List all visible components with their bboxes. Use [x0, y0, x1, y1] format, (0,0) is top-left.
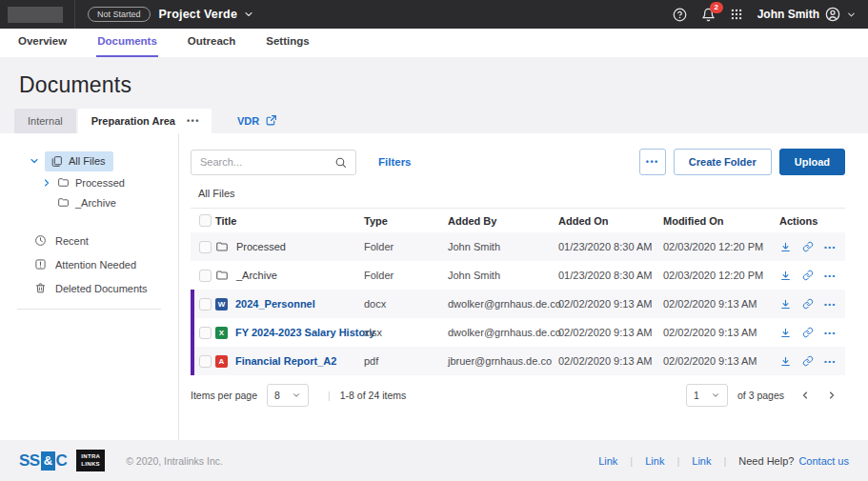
- row-more-icon[interactable]: •••: [824, 300, 837, 309]
- file-list-area: Filters ••• Create Folder Upload All Fil…: [179, 133, 868, 440]
- tab-vdr[interactable]: VDR: [224, 108, 291, 133]
- tree-item-all-files-selected[interactable]: All Files: [45, 151, 113, 171]
- sidebar-item-attention-needed[interactable]: Attention Needed: [0, 252, 178, 276]
- sidebar-item-deleted-documents-label: Deleted Documents: [55, 283, 148, 294]
- tab-more-icon[interactable]: •••: [187, 116, 200, 126]
- footer-link-1[interactable]: Link: [598, 455, 617, 467]
- row-more-icon[interactable]: •••: [824, 243, 837, 251]
- search-icon[interactable]: [334, 156, 347, 169]
- table-row[interactable]: _Archive Folder John Smith 01/23/2020 8:…: [191, 261, 845, 290]
- file-title-link[interactable]: FY 2024-2023 Salary History: [235, 327, 375, 338]
- top-bar: Not Started Project Verde 2 John Smith: [0, 0, 868, 29]
- select-all-checkbox[interactable]: [199, 214, 212, 227]
- sidebar-item-deleted-documents[interactable]: Deleted Documents: [0, 276, 178, 300]
- row-more-icon[interactable]: •••: [824, 271, 837, 280]
- row-checkbox[interactable]: [199, 241, 212, 253]
- contact-us-link[interactable]: Contact us: [798, 455, 849, 467]
- pagination-bar: Items per page 8 | 1-8 of 24 items 1 of …: [191, 380, 845, 411]
- added-on: 01/23/2020 8:30 AM: [558, 270, 663, 281]
- nav-item-outreach[interactable]: Outreach: [187, 35, 237, 57]
- download-icon[interactable]: [779, 241, 792, 253]
- next-page-icon[interactable]: [826, 382, 838, 409]
- file-title[interactable]: Processed: [236, 241, 286, 252]
- copy-link-icon[interactable]: [802, 241, 814, 252]
- intralinks-logo-line2: LINKS: [81, 461, 100, 469]
- footer-link-3[interactable]: Link: [692, 455, 711, 467]
- table-row[interactable]: W 2024_Personnel docx dwolker@grnhaus.de…: [191, 290, 845, 318]
- ssc-logo: SS & C: [19, 451, 67, 471]
- file-title[interactable]: _Archive: [236, 270, 277, 281]
- row-checkbox[interactable]: [199, 355, 212, 368]
- row-more-icon[interactable]: •••: [824, 357, 837, 366]
- sidebar-item-recent-label: Recent: [55, 235, 89, 247]
- search-box: [191, 150, 356, 175]
- nav-item-overview[interactable]: Overview: [17, 35, 68, 57]
- added-by: John Smith: [448, 270, 558, 281]
- modified-on: 02/02/2020 9:13 AM: [663, 298, 779, 310]
- file-title-link[interactable]: 2024_Personnel: [235, 298, 315, 310]
- download-icon[interactable]: [779, 355, 792, 368]
- row-more-icon[interactable]: •••: [824, 329, 837, 337]
- nav-item-documents[interactable]: Documents: [96, 35, 158, 57]
- added-by: dwolker@grnhaus.de.co: [448, 298, 558, 310]
- user-menu[interactable]: John Smith: [757, 7, 857, 22]
- document-rows-group: W 2024_Personnel docx dwolker@grnhaus.de…: [191, 290, 845, 375]
- items-per-page-value: 8: [274, 390, 280, 401]
- tab-preparation-area-label: Preparation Area: [91, 115, 175, 127]
- chevron-down-icon[interactable]: [29, 155, 40, 167]
- user-menu-chevron-icon: [846, 10, 857, 20]
- main-nav: Overview Documents Outreach Settings: [0, 29, 868, 57]
- search-input[interactable]: [200, 156, 334, 168]
- chevron-right-icon[interactable]: [41, 177, 52, 189]
- app-grid-icon[interactable]: [730, 8, 743, 21]
- tab-internal[interactable]: Internal: [14, 109, 76, 133]
- items-per-page-select[interactable]: 8: [267, 384, 309, 407]
- file-title-link[interactable]: Financial Report_A2: [235, 355, 336, 367]
- sidebar-item-recent[interactable]: Recent: [0, 229, 178, 252]
- row-checkbox[interactable]: [199, 270, 212, 282]
- added-by: dwolker@grnhaus.de.co: [448, 327, 558, 338]
- copy-link-icon[interactable]: [802, 298, 814, 310]
- copy-link-icon[interactable]: [802, 355, 814, 367]
- copy-link-icon[interactable]: [802, 327, 814, 338]
- word-file-icon: W: [215, 298, 228, 311]
- project-switcher-chevron-icon[interactable]: [243, 9, 254, 20]
- clock-icon: [34, 234, 47, 247]
- folder-icon: [215, 240, 229, 253]
- nav-item-settings[interactable]: Settings: [265, 35, 310, 57]
- need-help-text: Need Help?: [738, 455, 794, 467]
- tree-item-archive[interactable]: _Archive: [0, 192, 178, 212]
- row-checkbox[interactable]: [199, 298, 212, 311]
- table-row[interactable]: Processed Folder John Smith 01/23/2020 8…: [191, 232, 845, 261]
- previous-page-icon[interactable]: [799, 382, 811, 409]
- table-row[interactable]: A Financial Report_A2 pdf jbruer@grnhaus…: [191, 347, 845, 375]
- project-status-badge: Not Started: [88, 7, 151, 22]
- tree-item-processed[interactable]: Processed: [0, 172, 178, 192]
- intralinks-logo: INTRA LINKS: [76, 450, 105, 471]
- download-icon[interactable]: [779, 298, 792, 311]
- table-row[interactable]: X FY 2024-2023 Salary History xlsx dwolk…: [191, 318, 845, 347]
- page-value: 1: [694, 390, 699, 401]
- file-type: xlsx: [364, 327, 448, 338]
- more-actions-button[interactable]: •••: [639, 149, 666, 175]
- excel-file-icon: X: [215, 327, 228, 339]
- footer: SS & C INTRA LINKS © 2020, Intralinks In…: [0, 440, 868, 481]
- added-on: 01/23/2020 8:30 AM: [558, 241, 663, 252]
- page-select[interactable]: 1: [686, 384, 728, 407]
- filters-link[interactable]: Filters: [378, 156, 412, 168]
- help-icon[interactable]: [673, 8, 687, 22]
- tab-preparation-area[interactable]: Preparation Area •••: [78, 109, 212, 133]
- file-type: Folder: [364, 241, 448, 252]
- upload-button[interactable]: Upload: [779, 149, 845, 175]
- download-icon[interactable]: [779, 327, 792, 339]
- folder-icon: [215, 269, 229, 282]
- ssc-logo-amp: &: [41, 451, 55, 471]
- footer-link-2[interactable]: Link: [645, 455, 664, 467]
- create-folder-button[interactable]: Create Folder: [674, 149, 772, 175]
- row-checkbox[interactable]: [199, 327, 212, 339]
- download-icon[interactable]: [779, 270, 792, 282]
- divider: [17, 309, 161, 310]
- copy-link-icon[interactable]: [802, 270, 814, 281]
- tree-item-all-files[interactable]: All Files: [0, 150, 178, 172]
- notifications-button[interactable]: 2: [701, 8, 716, 22]
